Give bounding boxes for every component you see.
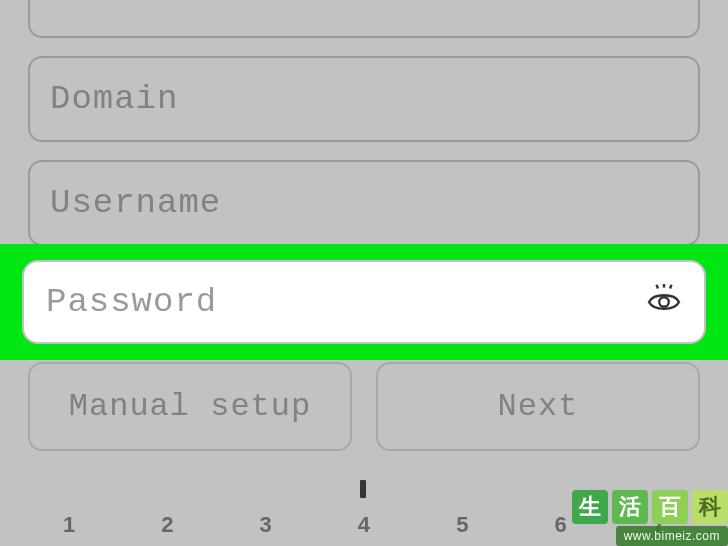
watermark-url: www.bimeiz.com (616, 526, 728, 546)
key-3[interactable]: 3 (217, 512, 315, 538)
manual-setup-button[interactable]: Manual setup (28, 362, 352, 451)
next-button[interactable]: Next (376, 362, 700, 451)
svg-point-3 (659, 297, 669, 307)
svg-line-0 (657, 285, 659, 289)
key-1[interactable]: 1 (20, 512, 118, 538)
watermark-chars: 生 活 百 科 (572, 490, 728, 524)
highlighted-region: Password (0, 244, 728, 360)
caret-indicator (360, 480, 366, 498)
domain-placeholder: Domain (50, 80, 178, 118)
previous-field[interactable] (28, 0, 700, 38)
domain-input[interactable]: Domain (28, 56, 700, 142)
watermark: 生 活 百 科 www.bimeiz.com (538, 484, 728, 546)
key-4[interactable]: 4 (315, 512, 413, 538)
svg-line-2 (670, 285, 672, 289)
username-placeholder: Username (50, 184, 221, 222)
key-2[interactable]: 2 (118, 512, 216, 538)
key-5[interactable]: 5 (413, 512, 511, 538)
username-input[interactable]: Username (28, 160, 700, 246)
password-input[interactable]: Password (22, 260, 706, 344)
show-password-icon[interactable] (646, 284, 682, 320)
button-row: Manual setup Next (28, 362, 700, 451)
password-placeholder: Password (46, 283, 217, 321)
